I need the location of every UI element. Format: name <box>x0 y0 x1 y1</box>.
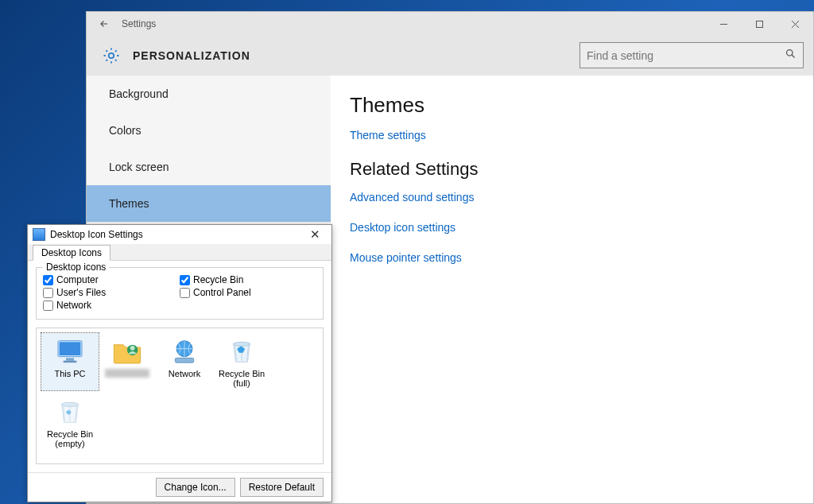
link-theme-settings[interactable]: Theme settings <box>350 129 794 142</box>
gear-icon <box>101 45 122 66</box>
minimize-button[interactable] <box>706 12 742 36</box>
preview-label: Recycle Bin (empty) <box>43 429 97 448</box>
preview-network[interactable]: Network <box>156 333 213 390</box>
checkbox-recycle-bin-input[interactable] <box>180 275 190 285</box>
checkbox-recycle-bin[interactable]: Recycle Bin <box>180 274 316 285</box>
link-mouse-pointer[interactable]: Mouse pointer settings <box>350 251 794 264</box>
sidebar-item-background[interactable]: Background <box>87 76 331 112</box>
app-title: Settings <box>122 18 156 29</box>
checkbox-users-files[interactable]: User's Files <box>43 287 180 298</box>
svg-point-16 <box>61 402 79 406</box>
checkbox-control-panel[interactable]: Control Panel <box>180 287 316 298</box>
svg-rect-1 <box>757 21 763 27</box>
change-icon-button[interactable]: Change Icon... <box>156 478 235 497</box>
section-heading-related: Related Settings <box>350 159 794 180</box>
dialog-button-row: Change Icon... Restore Default <box>28 472 331 502</box>
preview-user-folder[interactable] <box>99 333 156 390</box>
link-desktop-icon-settings[interactable]: Desktop icon settings <box>350 221 794 234</box>
svg-point-4 <box>109 53 114 58</box>
svg-rect-14 <box>175 358 193 362</box>
sidebar-item-lock-screen[interactable]: Lock screen <box>87 149 331 185</box>
dialog-app-icon <box>33 228 45 241</box>
preview-label: Network <box>157 369 211 378</box>
restore-default-button[interactable]: Restore Default <box>240 478 324 497</box>
preview-recycle-empty[interactable]: Recycle Bin (empty) <box>41 394 99 451</box>
link-advanced-sound[interactable]: Advanced sound settings <box>350 191 794 204</box>
checkbox-computer[interactable]: Computer <box>43 274 180 285</box>
user-folder-icon <box>111 335 143 367</box>
desktop-icon-settings-dialog: Desktop Icon Settings ✕ Desktop Icons De… <box>27 224 332 502</box>
network-icon <box>169 335 200 367</box>
sidebar-item-themes[interactable]: Themes <box>87 185 331 222</box>
section-heading-themes: Themes <box>350 93 794 118</box>
page-heading: PERSONALIZATION <box>133 49 250 62</box>
svg-rect-10 <box>64 361 77 363</box>
monitor-icon <box>54 335 86 367</box>
preview-label: Recycle Bin (full) <box>215 369 269 388</box>
svg-point-15 <box>233 342 250 346</box>
dialog-title: Desktop Icon Settings <box>50 229 143 240</box>
checkbox-network-input[interactable] <box>43 300 53 311</box>
content-pane: Themes Theme settings Related Settings A… <box>331 76 813 503</box>
sidebar-item-colors[interactable]: Colors <box>87 112 331 149</box>
svg-point-5 <box>787 50 793 56</box>
checkbox-computer-label: Computer <box>56 274 99 285</box>
search-icon <box>785 48 797 63</box>
search-box[interactable] <box>579 42 804 68</box>
svg-rect-9 <box>66 358 74 360</box>
preview-label: This PC <box>43 369 97 378</box>
checkbox-computer-input[interactable] <box>43 275 53 285</box>
back-button[interactable] <box>87 12 122 36</box>
recycle-bin-empty-icon <box>54 396 86 428</box>
preview-recycle-full[interactable]: Recycle Bin (full) <box>213 333 270 390</box>
svg-line-6 <box>792 55 794 57</box>
checkbox-users-files-input[interactable] <box>43 288 53 298</box>
svg-point-12 <box>130 346 135 351</box>
dialog-titlebar: Desktop Icon Settings ✕ <box>28 225 331 244</box>
preview-this-pc[interactable]: This PC <box>41 333 99 390</box>
recycle-bin-full-icon <box>226 335 258 367</box>
checkbox-users-files-label: User's Files <box>56 287 106 298</box>
svg-rect-8 <box>60 342 81 355</box>
checkbox-control-panel-input[interactable] <box>180 288 190 298</box>
maximize-button[interactable] <box>742 12 777 36</box>
header-row: PERSONALIZATION <box>87 36 813 76</box>
close-button[interactable] <box>777 12 813 36</box>
preview-label-blurred <box>105 369 149 378</box>
dialog-tabstrip: Desktop Icons <box>28 244 331 261</box>
group-desktop-icons: Desktop icons Computer User's Files Netw… <box>36 267 324 320</box>
dialog-close-button[interactable]: ✕ <box>303 227 327 242</box>
titlebar: Settings <box>87 12 813 36</box>
checkbox-network-label: Network <box>56 300 91 311</box>
search-input[interactable] <box>587 49 785 62</box>
icon-preview-pane: This PC Network <box>36 328 324 464</box>
checkbox-network[interactable]: Network <box>43 300 180 311</box>
checkbox-recycle-bin-label: Recycle Bin <box>193 274 243 285</box>
group-label: Desktop icons <box>43 262 109 273</box>
tab-desktop-icons[interactable]: Desktop Icons <box>33 245 110 261</box>
checkbox-control-panel-label: Control Panel <box>193 287 251 298</box>
